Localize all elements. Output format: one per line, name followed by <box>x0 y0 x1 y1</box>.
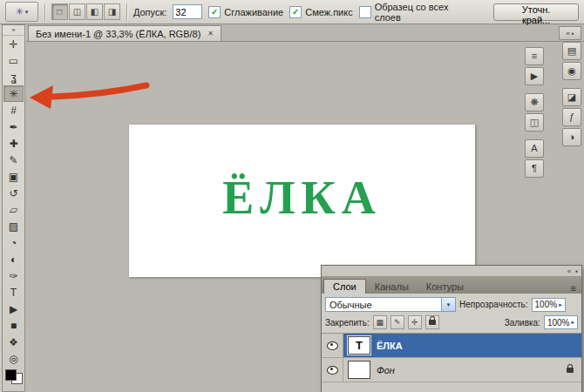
tool-type[interactable]: T <box>3 284 24 301</box>
layers-panel-topbar: « ▪ <box>322 266 581 277</box>
layer-name: ЁЛКА <box>377 341 403 351</box>
layer-row-elka[interactable]: T ЁЛКА <box>322 334 581 358</box>
opacity-label: Непрозрачность: <box>459 300 528 309</box>
lock-all-button[interactable] <box>425 315 439 329</box>
options-bar: ✳ ▾ □ ◫ ◧ ◨ Допуск: ✓ Сглаживание ✓ Смеж… <box>0 0 584 24</box>
new-selection-mode-button[interactable]: □ <box>51 3 68 20</box>
tool-lasso[interactable]: ʓ <box>3 69 24 85</box>
collapse-dock-button[interactable]: « ▪ <box>559 26 581 40</box>
tab-paths[interactable]: Контуры <box>418 280 472 294</box>
opacity-value-field[interactable]: 100% ▸ <box>532 298 566 312</box>
tolerance-label: Допуск: <box>133 7 166 17</box>
fill-spinner-icon[interactable]: ▸ <box>571 319 574 326</box>
contiguous-checkbox[interactable]: ✓ Смеж.пикс <box>289 6 352 18</box>
visibility-toggle[interactable] <box>322 358 343 382</box>
panel-dock-outer: ▤ ◉ ◪ ƒ ◑ <box>562 42 581 146</box>
artwork-text: ЁЛКА <box>222 171 381 225</box>
sample-all-layers-checkbox[interactable]: Образец со всех слоев <box>359 2 477 23</box>
adjustments-panel-icon[interactable]: ≡ <box>525 47 544 65</box>
layer-name: Фон <box>377 365 395 375</box>
tool-crop[interactable]: # <box>3 102 24 118</box>
brushes-panel-icon[interactable]: ❋ <box>525 93 544 112</box>
tool-move[interactable]: ✛ <box>3 36 24 52</box>
tool-eyedropper[interactable]: ✒ <box>3 118 24 135</box>
document-tab-bar: Без имени-1 @ 33,3% (ЁЛКА, RGB/8) ✕ <box>26 24 584 42</box>
lock-position-button[interactable]: ✛ <box>408 315 422 329</box>
character-panel-icon[interactable]: A <box>525 139 544 158</box>
paragraph-panel-icon[interactable]: ¶ <box>525 159 544 178</box>
lock-transparency-button[interactable]: ▦ <box>373 315 387 329</box>
tool-hand[interactable]: ❖ <box>3 334 24 350</box>
tools-panel: » ✛ ▭ ʓ ✳ # ✒ ✚ ✎ ▣ ↺ ▱ ▨ ◔ ◐ ✑ T ▶ ■ ❖ … <box>2 24 25 392</box>
background-layer-thumbnail[interactable] <box>348 361 370 379</box>
tool-history-brush[interactable]: ↺ <box>3 185 24 201</box>
layers-panel: « ▪ Слои Каналы Контуры ≡ Обычные ▼ Непр… <box>321 265 582 392</box>
histogram-panel-icon[interactable]: ▤ <box>562 42 581 60</box>
tool-rectangular-marquee[interactable]: ▭ <box>3 52 24 69</box>
dropdown-arrow-icon: ▼ <box>441 298 455 311</box>
magic-wand-icon: ✳ <box>16 6 24 17</box>
caret-down-icon: ▾ <box>25 9 29 16</box>
tool-gradient[interactable]: ▨ <box>3 218 24 234</box>
masks-panel-icon[interactable]: ◑ <box>562 128 581 146</box>
tolerance-input[interactable] <box>173 4 202 19</box>
fill-value-field[interactable]: 100% ▸ <box>544 315 578 329</box>
sample-all-layers-label: Образец со всех слоев <box>375 2 478 23</box>
tab-channels[interactable]: Каналы <box>366 280 418 294</box>
intersect-selection-mode-button[interactable]: ◨ <box>104 3 120 20</box>
fill-label: Заливка: <box>505 318 540 328</box>
styles-panel-icon[interactable]: ƒ <box>562 108 581 126</box>
panel-dock-inner: ≡ ▶ ❋ ◫ A ¶ <box>525 47 544 178</box>
clone-source-panel-icon[interactable]: ◫ <box>525 113 544 132</box>
lock-icon <box>429 320 436 325</box>
layer-row-fon[interactable]: Фон <box>322 358 581 382</box>
panel-menu-icon[interactable]: ≡ <box>571 283 581 294</box>
tool-clone-stamp[interactable]: ▣ <box>3 168 24 185</box>
lock-label: Закрепить: <box>325 318 370 328</box>
tool-brush[interactable]: ✎ <box>3 152 24 168</box>
collapse-panel-icon[interactable]: « <box>567 267 571 275</box>
close-tab-icon[interactable]: ✕ <box>207 30 214 37</box>
subtract-selection-mode-button[interactable]: ◧ <box>86 3 103 20</box>
lock-pixels-button[interactable]: ✎ <box>390 315 404 329</box>
actions-panel-icon[interactable]: ▶ <box>525 67 544 85</box>
eye-icon <box>327 366 338 375</box>
tool-shape[interactable]: ■ <box>3 317 24 334</box>
eye-icon <box>327 341 338 350</box>
tool-eraser[interactable]: ▱ <box>3 201 24 218</box>
tool-dodge[interactable]: ◐ <box>3 251 24 267</box>
tool-blur[interactable]: ◔ <box>3 234 24 251</box>
blend-mode-select[interactable]: Обычные ▼ <box>325 297 456 312</box>
opacity-value-text: 100% <box>535 300 558 309</box>
panel-box-icon[interactable]: ▪ <box>575 267 578 275</box>
checkbox-check-icon: ✓ <box>208 6 221 18</box>
fill-value-text: 100% <box>547 318 570 328</box>
document-canvas[interactable]: ЁЛКА <box>129 125 475 277</box>
selection-mode-group: □ ◫ ◧ ◨ <box>51 3 120 20</box>
text-layer-thumbnail[interactable]: T <box>348 336 370 355</box>
tab-layers[interactable]: Слои <box>323 279 366 294</box>
color-panel-icon[interactable]: ◪ <box>562 88 581 106</box>
visibility-toggle[interactable] <box>322 334 343 357</box>
layer-list: T ЁЛКА Фон <box>322 333 581 392</box>
navigator-panel-icon[interactable]: ◉ <box>562 62 581 80</box>
document-tab-title: Без имени-1 @ 33,3% (ЁЛКА, RGB/8) <box>36 29 200 39</box>
document-tab[interactable]: Без имени-1 @ 33,3% (ЁЛКА, RGB/8) ✕ <box>28 25 221 41</box>
tool-path-selection[interactable]: ▶ <box>3 301 24 317</box>
opacity-spinner-icon[interactable]: ▸ <box>559 301 562 308</box>
contiguous-label: Смеж.пикс <box>305 7 352 17</box>
refine-edge-button[interactable]: Уточн. край... <box>493 3 579 21</box>
tool-preset-picker[interactable]: ✳ ▾ <box>5 2 38 22</box>
tool-magic-wand[interactable]: ✳ <box>3 85 24 102</box>
checkbox-empty-icon <box>359 6 371 18</box>
tool-pen[interactable]: ✑ <box>3 267 24 284</box>
color-swatches[interactable] <box>5 369 23 384</box>
tool-healing-brush[interactable]: ✚ <box>3 135 24 152</box>
foreground-color-swatch[interactable] <box>5 369 17 381</box>
add-selection-mode-button[interactable]: ◫ <box>69 3 85 20</box>
antialias-checkbox[interactable]: ✓ Сглаживание <box>208 6 283 18</box>
tool-zoom[interactable]: ◎ <box>3 350 24 367</box>
photoshop-window: ✳ ▾ □ ◫ ◧ ◨ Допуск: ✓ Сглаживание ✓ Смеж… <box>0 0 584 392</box>
collapse-toolbar-icon[interactable]: » <box>3 25 24 36</box>
layers-panel-tabs: Слои Каналы Контуры ≡ <box>322 277 581 294</box>
